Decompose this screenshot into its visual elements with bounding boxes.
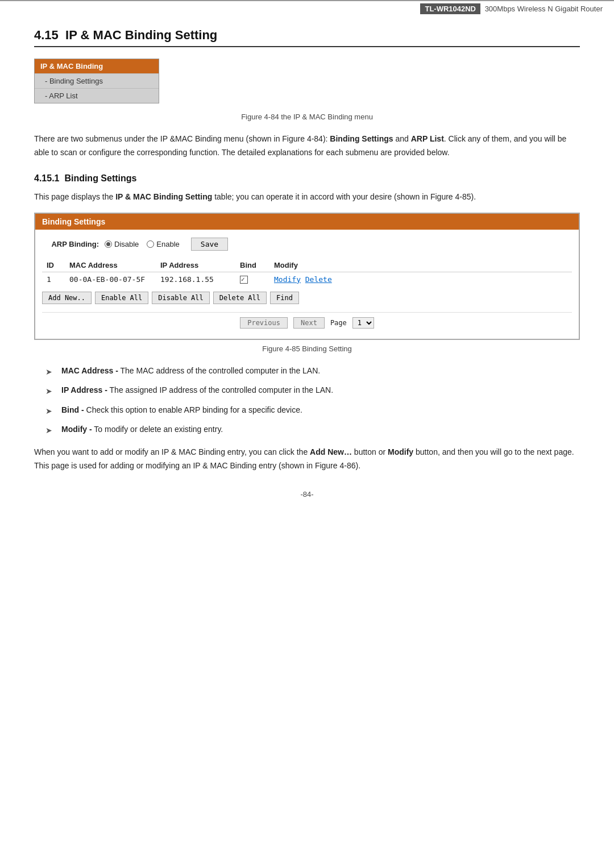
- cell-mac: 00-0A-EB-00-07-5F: [65, 272, 156, 286]
- bind-checkbox[interactable]: [240, 276, 248, 284]
- action-buttons: Add New.. Enable All Disable All Delete …: [42, 292, 572, 304]
- find-button[interactable]: Find: [270, 292, 299, 304]
- cell-id: 1: [42, 272, 65, 286]
- model-name: TL-WR1042ND: [420, 3, 480, 14]
- enable-all-button[interactable]: Enable All: [95, 292, 148, 304]
- cell-bind: [235, 272, 269, 286]
- bullet-ip-text: IP Address - The assigned IP address of …: [61, 384, 333, 396]
- arp-binding-row: ARP Binding: Disable Enable Save: [42, 238, 572, 251]
- radio-enable-icon[interactable]: [147, 240, 154, 248]
- bullet-modify-text: Modify - To modify or delete an existing…: [61, 423, 223, 435]
- bullet-bind-text: Bind - Check this option to enable ARP b…: [61, 404, 302, 416]
- product-name: 300Mbps Wireless N Gigabit Router: [485, 5, 603, 13]
- delete-all-button[interactable]: Delete All: [213, 292, 267, 304]
- page-select[interactable]: 1: [352, 317, 374, 329]
- modify-link[interactable]: Modify: [274, 275, 301, 284]
- bullet-bind: ➤ Bind - Check this option to enable ARP…: [45, 404, 580, 417]
- col-header-ip: IP Address: [156, 259, 235, 272]
- menu-item-arp-list[interactable]: - ARP List: [35, 88, 159, 103]
- closing-paragraph: When you want to add or modify an IP & M…: [34, 446, 580, 473]
- add-new-button[interactable]: Add New..: [42, 292, 92, 304]
- col-header-mac: MAC Address: [65, 259, 156, 272]
- page-number: -84-: [34, 490, 580, 499]
- bullet-modify: ➤ Modify - To modify or delete an existi…: [45, 423, 580, 437]
- cell-modify: Modify Delete: [269, 272, 572, 286]
- binding-settings-body: ARP Binding: Disable Enable Save: [35, 230, 579, 339]
- intro-paragraph: There are two submenus under the IP &MAC…: [34, 132, 580, 160]
- bullet-ip: ➤ IP Address - The assigned IP address o…: [45, 384, 580, 397]
- figure-85-caption: Figure 4-85 Binding Setting: [34, 344, 580, 353]
- col-header-modify: Modify: [269, 259, 572, 272]
- menu-item-binding-settings[interactable]: - Binding Settings: [35, 73, 159, 88]
- radio-enable[interactable]: Enable: [147, 240, 179, 248]
- figure-84-caption: Figure 4-84 the IP & MAC Binding menu: [34, 113, 580, 121]
- table-row: 1 00-0A-EB-00-07-5F 192.168.1.55 Modify …: [42, 272, 572, 286]
- page-label: Page: [330, 319, 347, 327]
- delete-link[interactable]: Delete: [305, 275, 332, 284]
- subsection-4151-title: 4.15.1 Binding Settings: [34, 173, 580, 184]
- radio-disable[interactable]: Disable: [105, 240, 139, 248]
- binding-settings-header: Binding Settings: [35, 214, 579, 230]
- arp-binding-label: ARP Binding:: [42, 240, 99, 248]
- bullet-list: ➤ MAC Address - The MAC address of the c…: [45, 364, 580, 437]
- menu-box: IP & MAC Binding - Binding Settings - AR…: [34, 59, 159, 103]
- save-button[interactable]: Save: [191, 238, 228, 251]
- section-title: 4.15 IP & MAC Binding Setting: [34, 28, 580, 47]
- binding-settings-panel: Binding Settings ARP Binding: Disable En…: [34, 213, 580, 340]
- bullet-arrow-bind: ➤: [45, 405, 55, 417]
- bullet-mac: ➤ MAC Address - The MAC address of the c…: [45, 364, 580, 378]
- previous-button[interactable]: Previous: [240, 317, 288, 329]
- bullet-arrow-modify: ➤: [45, 424, 55, 437]
- col-header-id: ID: [42, 259, 65, 272]
- col-header-bind: Bind: [235, 259, 269, 272]
- binding-table: ID MAC Address IP Address Bind Modify 1 …: [42, 259, 572, 286]
- radio-enable-label: Enable: [156, 240, 179, 248]
- radio-disable-icon[interactable]: [105, 240, 112, 248]
- radio-disable-label: Disable: [114, 240, 139, 248]
- page-header: TL-WR1042ND 300Mbps Wireless N Gigabit R…: [0, 0, 614, 16]
- bullet-mac-text: MAC Address - The MAC address of the con…: [61, 364, 320, 377]
- pagination-row: Previous Next Page 1: [42, 312, 572, 331]
- bullet-arrow-mac: ➤: [45, 366, 55, 378]
- cell-ip: 192.168.1.55: [156, 272, 235, 286]
- disable-all-button[interactable]: Disable All: [152, 292, 209, 304]
- arp-radio-group: Disable Enable: [105, 240, 180, 248]
- main-content: 4.15 IP & MAC Binding Setting IP & MAC B…: [0, 22, 614, 521]
- bullet-arrow-ip: ➤: [45, 385, 55, 397]
- subsection-intro: This page displays the IP & MAC Binding …: [34, 190, 580, 204]
- next-button[interactable]: Next: [293, 317, 325, 329]
- menu-header[interactable]: IP & MAC Binding: [35, 59, 159, 73]
